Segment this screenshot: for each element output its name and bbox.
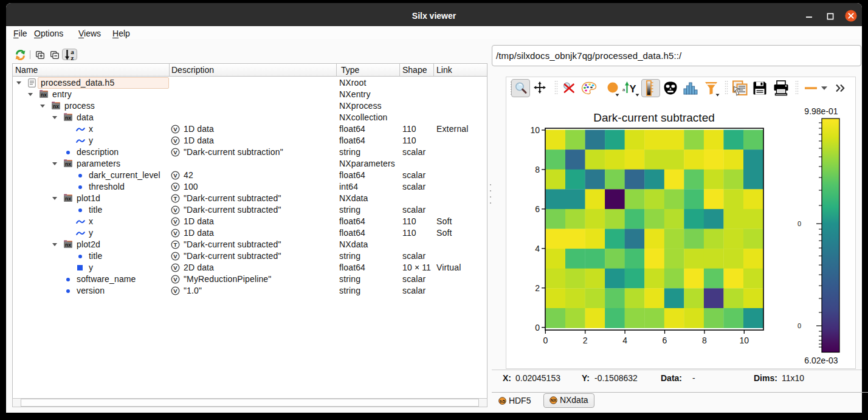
svg-text:10: 10 — [530, 125, 540, 135]
svg-text:4: 4 — [535, 244, 540, 253]
svg-text:0: 0 — [535, 323, 540, 332]
svg-text:0: 0 — [797, 220, 801, 227]
svg-text:9.98e-01: 9.98e-01 — [804, 106, 838, 116]
svg-text:6: 6 — [535, 204, 540, 214]
svg-text:8: 8 — [535, 165, 540, 174]
svg-text:0: 0 — [543, 336, 548, 345]
svg-text:10: 10 — [740, 336, 749, 345]
svg-text:2: 2 — [583, 336, 588, 345]
svg-text:0: 0 — [797, 322, 801, 329]
svg-text:4: 4 — [622, 336, 627, 345]
svg-text:2: 2 — [535, 283, 540, 293]
svg-text:8: 8 — [702, 336, 707, 345]
svg-text:6.02e-03: 6.02e-03 — [804, 356, 838, 365]
svg-text:Dark-current subtracted: Dark-current subtracted — [593, 111, 715, 124]
svg-text:6: 6 — [663, 336, 667, 345]
